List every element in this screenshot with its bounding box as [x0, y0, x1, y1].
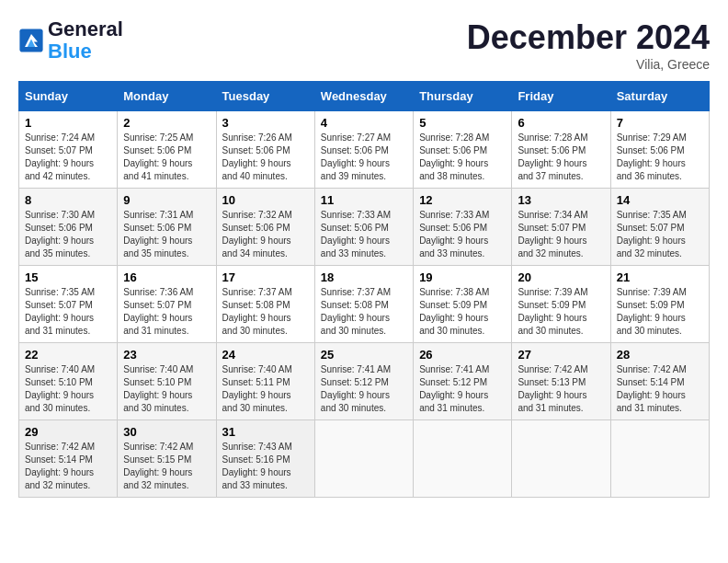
calendar-cell: 11Sunrise: 7:33 AM Sunset: 5:06 PM Dayli… [314, 189, 413, 266]
day-info: Sunrise: 7:42 AM Sunset: 5:14 PM Dayligh… [617, 363, 703, 415]
title-area: December 2024 Vilia, Greece [467, 18, 710, 72]
calendar-cell: 30Sunrise: 7:42 AM Sunset: 5:15 PM Dayli… [118, 420, 216, 498]
day-info: Sunrise: 7:30 AM Sunset: 5:06 PM Dayligh… [25, 209, 111, 260]
day-info: Sunrise: 7:35 AM Sunset: 5:07 PM Dayligh… [25, 286, 111, 338]
weekday-header: Thursday [414, 82, 512, 111]
calendar-cell: 1Sunrise: 7:24 AM Sunset: 5:07 PM Daylig… [19, 111, 118, 189]
calendar-cell: 16Sunrise: 7:36 AM Sunset: 5:07 PM Dayli… [118, 266, 216, 343]
day-number: 7 [617, 116, 703, 130]
day-info: Sunrise: 7:40 AM Sunset: 5:10 PM Dayligh… [123, 363, 210, 415]
day-number: 8 [25, 193, 111, 207]
calendar-cell: 23Sunrise: 7:40 AM Sunset: 5:10 PM Dayli… [118, 343, 216, 420]
day-info: Sunrise: 7:34 AM Sunset: 5:07 PM Dayligh… [518, 209, 604, 260]
weekday-header: Monday [118, 82, 216, 111]
calendar-cell: 28Sunrise: 7:42 AM Sunset: 5:14 PM Dayli… [610, 343, 709, 420]
calendar-cell: 14Sunrise: 7:35 AM Sunset: 5:07 PM Dayli… [610, 189, 709, 266]
calendar-cell: 6Sunrise: 7:28 AM Sunset: 5:06 PM Daylig… [512, 111, 610, 189]
day-number: 5 [419, 116, 506, 130]
weekday-header: Wednesday [314, 82, 413, 111]
day-info: Sunrise: 7:38 AM Sunset: 5:09 PM Dayligh… [419, 286, 506, 338]
day-number: 9 [123, 193, 210, 207]
day-number: 28 [617, 348, 703, 362]
day-info: Sunrise: 7:37 AM Sunset: 5:08 PM Dayligh… [321, 286, 407, 338]
day-number: 30 [123, 425, 210, 439]
day-info: Sunrise: 7:40 AM Sunset: 5:11 PM Dayligh… [222, 363, 309, 415]
calendar-cell: 13Sunrise: 7:34 AM Sunset: 5:07 PM Dayli… [512, 189, 610, 266]
calendar-table: SundayMondayTuesdayWednesdayThursdayFrid… [18, 81, 710, 498]
location: Vilia, Greece [467, 57, 710, 72]
day-info: Sunrise: 7:39 AM Sunset: 5:09 PM Dayligh… [518, 286, 604, 338]
day-info: Sunrise: 7:33 AM Sunset: 5:06 PM Dayligh… [321, 209, 407, 260]
day-number: 19 [419, 270, 506, 284]
logo: General Blue [18, 18, 123, 63]
day-number: 22 [25, 348, 111, 362]
calendar-cell: 21Sunrise: 7:39 AM Sunset: 5:09 PM Dayli… [610, 266, 709, 343]
day-number: 26 [419, 348, 506, 362]
page-header: General Blue December 2024 Vilia, Greece [18, 18, 710, 72]
day-number: 18 [321, 270, 407, 284]
day-info: Sunrise: 7:41 AM Sunset: 5:12 PM Dayligh… [321, 363, 407, 415]
day-info: Sunrise: 7:37 AM Sunset: 5:08 PM Dayligh… [222, 286, 309, 338]
calendar-cell: 12Sunrise: 7:33 AM Sunset: 5:06 PM Dayli… [414, 189, 512, 266]
calendar-cell: 19Sunrise: 7:38 AM Sunset: 5:09 PM Dayli… [414, 266, 512, 343]
calendar-cell: 26Sunrise: 7:41 AM Sunset: 5:12 PM Dayli… [414, 343, 512, 420]
day-number: 29 [25, 425, 111, 439]
day-info: Sunrise: 7:41 AM Sunset: 5:12 PM Dayligh… [419, 363, 506, 415]
day-info: Sunrise: 7:43 AM Sunset: 5:16 PM Dayligh… [222, 441, 309, 492]
day-number: 20 [518, 270, 604, 284]
day-number: 6 [518, 116, 604, 130]
calendar-cell: 22Sunrise: 7:40 AM Sunset: 5:10 PM Dayli… [19, 343, 118, 420]
day-info: Sunrise: 7:42 AM Sunset: 5:13 PM Dayligh… [518, 363, 604, 415]
logo-line1: General [48, 18, 123, 40]
calendar-header: SundayMondayTuesdayWednesdayThursdayFrid… [19, 82, 710, 111]
day-number: 1 [25, 116, 111, 130]
day-number: 17 [222, 270, 309, 284]
day-info: Sunrise: 7:42 AM Sunset: 5:15 PM Dayligh… [123, 441, 210, 492]
day-info: Sunrise: 7:32 AM Sunset: 5:06 PM Dayligh… [222, 209, 309, 260]
calendar-cell: 24Sunrise: 7:40 AM Sunset: 5:11 PM Dayli… [216, 343, 314, 420]
calendar-cell: 8Sunrise: 7:30 AM Sunset: 5:06 PM Daylig… [19, 189, 118, 266]
weekday-header: Sunday [19, 82, 118, 111]
calendar-cell: 25Sunrise: 7:41 AM Sunset: 5:12 PM Dayli… [314, 343, 413, 420]
logo-line2: Blue [48, 40, 123, 63]
day-number: 16 [123, 270, 210, 284]
day-number: 13 [518, 193, 604, 207]
day-info: Sunrise: 7:35 AM Sunset: 5:07 PM Dayligh… [617, 209, 703, 260]
day-info: Sunrise: 7:27 AM Sunset: 5:06 PM Dayligh… [321, 132, 407, 183]
calendar-cell: 27Sunrise: 7:42 AM Sunset: 5:13 PM Dayli… [512, 343, 610, 420]
calendar-cell: 10Sunrise: 7:32 AM Sunset: 5:06 PM Dayli… [216, 189, 314, 266]
day-number: 14 [617, 193, 703, 207]
day-number: 4 [321, 116, 407, 130]
day-number: 24 [222, 348, 309, 362]
day-info: Sunrise: 7:24 AM Sunset: 5:07 PM Dayligh… [25, 132, 111, 183]
day-number: 3 [222, 116, 309, 130]
day-info: Sunrise: 7:28 AM Sunset: 5:06 PM Dayligh… [419, 132, 506, 183]
day-number: 23 [123, 348, 210, 362]
logo-icon [18, 28, 44, 53]
calendar-cell: 20Sunrise: 7:39 AM Sunset: 5:09 PM Dayli… [512, 266, 610, 343]
day-number: 21 [617, 270, 703, 284]
day-info: Sunrise: 7:42 AM Sunset: 5:14 PM Dayligh… [25, 441, 111, 492]
day-info: Sunrise: 7:28 AM Sunset: 5:06 PM Dayligh… [518, 132, 604, 183]
day-number: 11 [321, 193, 407, 207]
day-info: Sunrise: 7:33 AM Sunset: 5:06 PM Dayligh… [419, 209, 506, 260]
day-number: 12 [419, 193, 506, 207]
day-info: Sunrise: 7:25 AM Sunset: 5:06 PM Dayligh… [123, 132, 210, 183]
calendar-cell [414, 420, 512, 498]
day-number: 25 [321, 348, 407, 362]
day-number: 27 [518, 348, 604, 362]
weekday-header: Friday [512, 82, 610, 111]
calendar-cell: 9Sunrise: 7:31 AM Sunset: 5:06 PM Daylig… [118, 189, 216, 266]
calendar-cell: 31Sunrise: 7:43 AM Sunset: 5:16 PM Dayli… [216, 420, 314, 498]
month-title: December 2024 [467, 18, 710, 57]
day-info: Sunrise: 7:36 AM Sunset: 5:07 PM Dayligh… [123, 286, 210, 338]
day-number: 10 [222, 193, 309, 207]
calendar-cell: 18Sunrise: 7:37 AM Sunset: 5:08 PM Dayli… [314, 266, 413, 343]
calendar-cell: 4Sunrise: 7:27 AM Sunset: 5:06 PM Daylig… [314, 111, 413, 189]
day-info: Sunrise: 7:40 AM Sunset: 5:10 PM Dayligh… [25, 363, 111, 415]
calendar-cell: 2Sunrise: 7:25 AM Sunset: 5:06 PM Daylig… [118, 111, 216, 189]
calendar-cell [610, 420, 709, 498]
calendar-cell: 3Sunrise: 7:26 AM Sunset: 5:06 PM Daylig… [216, 111, 314, 189]
day-number: 31 [222, 425, 309, 439]
day-info: Sunrise: 7:29 AM Sunset: 5:06 PM Dayligh… [617, 132, 703, 183]
